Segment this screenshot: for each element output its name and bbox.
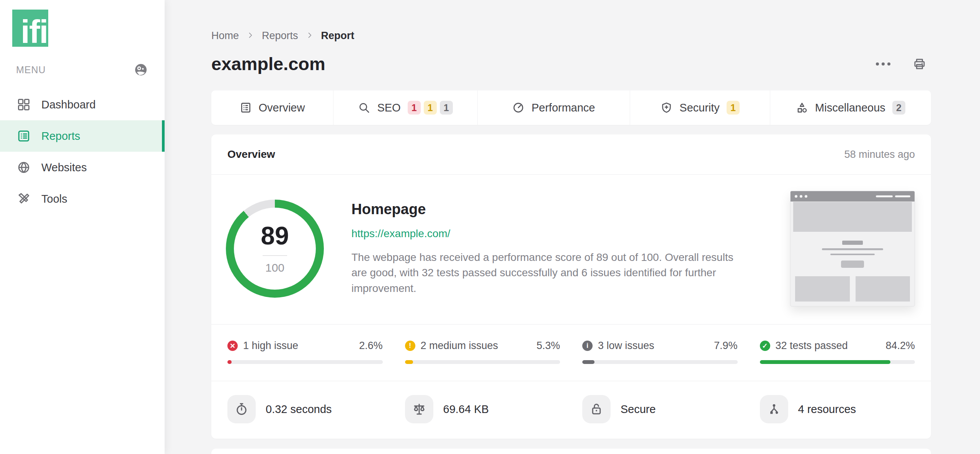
stat-tests-passed: ✓ 32 tests passed 84.2%: [760, 340, 915, 364]
stopwatch-icon: [235, 402, 248, 416]
stat-medium-issues: ! 2 medium issues 5.3%: [405, 340, 560, 364]
tab-label: Overview: [259, 102, 305, 114]
menu-label: MENU: [16, 64, 46, 75]
sidebar-item-label: Websites: [41, 161, 87, 174]
tools-icon: [17, 192, 31, 206]
tab-badge-low: 2: [892, 101, 905, 115]
stat-label: 32 tests passed: [776, 340, 848, 352]
stat-percent: 7.9%: [714, 340, 738, 352]
stat-high-issues: ✕ 1 high issue 2.6%: [227, 340, 383, 364]
stat-label: 1 high issue: [243, 340, 298, 352]
sidebar-item-dashboard[interactable]: Dashboard: [0, 89, 165, 120]
stat-security: Secure: [582, 395, 738, 423]
tab-badge-high: 1: [408, 101, 421, 115]
high-issue-icon: ✕: [227, 341, 238, 351]
quick-stats-row: 0.32 seconds 69.64 KB Secure 4 resources: [211, 381, 931, 439]
low-issue-icon: i: [582, 341, 593, 351]
sidebar-item-websites[interactable]: Websites: [0, 152, 165, 183]
breadcrumb: Home Reports Report: [211, 30, 931, 42]
stat-low-issues: i 3 low issues 7.9%: [582, 340, 738, 364]
stat-percent: 84.2%: [885, 340, 915, 352]
ellipsis-icon: [876, 62, 890, 66]
main-content: Home Reports Report example.com Overview…: [165, 0, 980, 454]
overview-card: Overview 58 minutes ago 89 100 Homepage …: [211, 134, 931, 439]
shapes-icon: [796, 102, 808, 114]
lock-icon: [590, 402, 603, 416]
overview-card-title: Overview: [227, 148, 275, 161]
app-logo-text: ifi: [21, 13, 47, 47]
sidebar-item-label: Reports: [41, 130, 80, 143]
tab-badge-low: 1: [440, 101, 453, 115]
sidebar: ifi MENU Dashboard Reports: [0, 0, 165, 454]
sidebar-item-label: Tools: [41, 193, 67, 205]
score-gauge: 89 100: [226, 200, 324, 298]
sidebar-item-reports[interactable]: Reports: [0, 120, 165, 152]
search-icon: [358, 102, 370, 114]
report-timestamp: 58 minutes ago: [844, 149, 915, 161]
stat-label: 4 resources: [798, 403, 856, 416]
stat-load-time: 0.32 seconds: [227, 395, 383, 423]
tab-performance[interactable]: Performance: [477, 90, 630, 125]
sidebar-item-label: Dashboard: [41, 98, 96, 111]
breadcrumb-report: Report: [321, 30, 354, 42]
sidebar-item-tools[interactable]: Tools: [0, 183, 165, 215]
tab-seo[interactable]: SEO 1 1 1: [333, 90, 477, 125]
print-button[interactable]: [913, 57, 926, 71]
thumbnail-browser-bar: [791, 191, 915, 202]
printer-icon: [913, 57, 926, 71]
resources-icon: [767, 402, 781, 416]
score-value: 89: [261, 223, 289, 248]
stat-label: 3 low issues: [598, 340, 654, 352]
tab-security[interactable]: Security 1: [630, 90, 770, 125]
scale-icon: [412, 402, 426, 416]
stat-percent: 2.6%: [359, 340, 383, 352]
palette-icon[interactable]: [134, 63, 148, 77]
tests-passed-icon: ✓: [760, 341, 770, 351]
dashboard-grid-icon: [17, 98, 31, 111]
stat-label: 2 medium issues: [421, 340, 498, 352]
site-preview-thumbnail: [790, 191, 915, 306]
breadcrumb-home[interactable]: Home: [211, 30, 239, 42]
score-max: 100: [261, 261, 289, 274]
stat-label: Secure: [621, 403, 656, 416]
chevron-right-icon: [306, 30, 314, 42]
issue-stats-row: ✕ 1 high issue 2.6% ! 2 medium issues 5.…: [211, 325, 931, 381]
app-logo[interactable]: ifi: [12, 10, 48, 47]
report-tabbar: Overview SEO 1 1 1 Performance Security …: [211, 90, 931, 125]
breadcrumb-reports[interactable]: Reports: [262, 30, 298, 42]
page-title: example.com: [211, 53, 325, 74]
tab-badge-medium: 1: [424, 101, 437, 115]
gauge-icon: [512, 102, 524, 114]
stat-page-size: 69.64 KB: [405, 395, 560, 423]
tab-miscellaneous[interactable]: Miscellaneous 2: [770, 90, 931, 125]
tab-label: SEO: [377, 102, 400, 114]
seo-card: SEO: [211, 449, 931, 454]
overview-icon: [240, 102, 252, 114]
chevron-right-icon: [247, 30, 254, 42]
stat-label: 69.64 KB: [443, 403, 489, 416]
site-name: Homepage: [351, 201, 775, 218]
tab-label: Security: [679, 102, 720, 114]
tab-label: Miscellaneous: [815, 102, 885, 114]
stat-label: 0.32 seconds: [266, 403, 332, 416]
more-options-button[interactable]: [876, 62, 890, 66]
site-description: The webpage has received a performance s…: [351, 250, 738, 297]
tab-badge-medium: 1: [727, 101, 740, 115]
reports-list-icon: [17, 129, 31, 143]
stat-resources: 4 resources: [760, 395, 915, 423]
tab-overview[interactable]: Overview: [211, 90, 333, 125]
websites-globe-icon: [17, 161, 31, 174]
stat-percent: 5.3%: [536, 340, 560, 352]
shield-icon: [660, 102, 673, 114]
medium-issue-icon: !: [405, 341, 415, 351]
tab-label: Performance: [531, 102, 595, 114]
site-url-link[interactable]: https://example.com/: [351, 228, 450, 240]
sidebar-nav: Dashboard Reports Websites Tools: [0, 89, 165, 215]
